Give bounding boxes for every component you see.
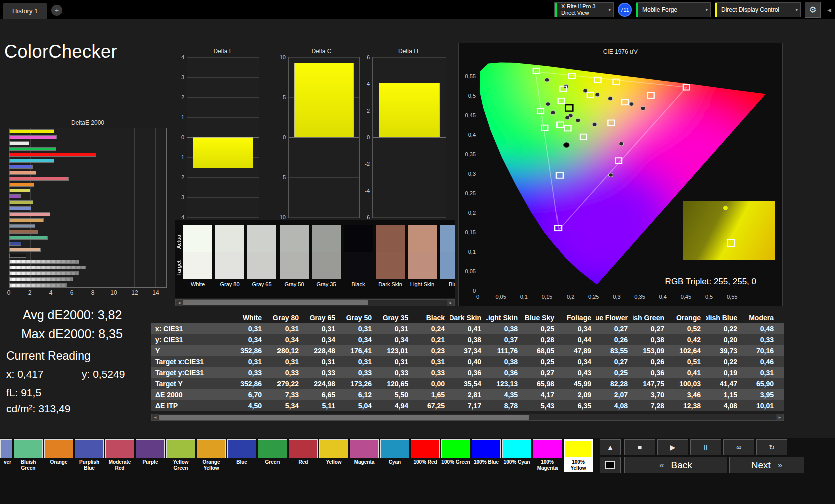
add-tab-button[interactable]: + (51, 5, 62, 16)
pattern-button-orange[interactable]: Orange (44, 439, 73, 472)
max-de2000: Max dE2000: 8,35 (21, 327, 123, 341)
pattern-button-orange-yellow[interactable]: Orange Yellow (197, 439, 226, 472)
table-cell: 47,89 (560, 345, 596, 356)
measured-dot (641, 106, 645, 110)
scroll-patches-up-button[interactable]: ▲ (600, 439, 621, 455)
delta-l-chart: Delta L 43210-1-2-3-4 (176, 48, 260, 224)
pattern-button-purplish-blue[interactable]: Purplish Blue (75, 439, 104, 472)
target-swatch (344, 252, 373, 279)
pattern-button-100-red[interactable]: 100% Red (411, 439, 440, 472)
axis-tick-label: 6 (367, 54, 370, 60)
next-button[interactable]: Next » (729, 457, 804, 473)
pattern-button-green[interactable]: Green (258, 439, 287, 472)
pattern-button-100-magenta[interactable]: 100% Magenta (533, 439, 562, 472)
pattern-button-100-cyan[interactable]: 100% Cyan (502, 439, 531, 472)
header-cell: Gray 80 (267, 312, 304, 323)
measured-dot (629, 102, 634, 106)
stop-button[interactable]: ■ (624, 439, 655, 455)
table-cell: 0,31 (742, 367, 779, 378)
table-cell: 100,03 (669, 378, 706, 389)
pattern-button-yellow-green[interactable]: Yellow Green (166, 439, 195, 472)
gridline (155, 128, 156, 287)
axis-tick-label: -4 (179, 214, 184, 220)
pattern-label: Orange Yellow (197, 458, 226, 472)
pattern-button-ver[interactable]: ver (0, 439, 12, 472)
scroll-left-icon[interactable]: ◄ (152, 414, 159, 420)
axis-tick-label: 4 (181, 54, 184, 60)
target-swatch (215, 252, 244, 279)
bottom-bar: verBluish GreenOrangePurplish BlueModera… (0, 438, 835, 504)
strip-scroll-track[interactable] (183, 300, 447, 306)
scroll-left-icon[interactable]: ◄ (176, 300, 183, 306)
pattern-button-cyan[interactable]: Cyan (380, 439, 409, 472)
display-control-dropdown[interactable]: Direct Display Control ▾ (715, 2, 801, 17)
actual-swatch (215, 225, 244, 252)
target-swatch (408, 252, 437, 279)
pattern-swatch (350, 439, 379, 458)
strip-scroll-thumb[interactable] (183, 300, 368, 305)
cie-y-tick: 0,45 (460, 112, 476, 118)
strip-scrollbar[interactable]: ◄ ► (175, 299, 455, 306)
chevron-down-icon: ▾ (705, 7, 708, 12)
table-scroll-track[interactable] (159, 414, 776, 420)
pattern-button-100-yellow[interactable]: 100% Yellow (564, 439, 593, 472)
table-cell: 0,34 (304, 334, 340, 345)
display-pattern-button[interactable] (600, 457, 621, 473)
axis-tick-label: 10 (280, 54, 286, 60)
continuous-read-button[interactable]: ∞ (723, 439, 754, 455)
table-scrollbar[interactable]: ◄ ► (151, 414, 784, 421)
table-cell: 0,41 (669, 367, 706, 378)
cie-y-tick: 0 (460, 288, 476, 294)
pattern-button-red[interactable]: Red (289, 439, 318, 472)
actual-swatch (408, 225, 437, 252)
table-cell: 0,38 (486, 356, 523, 367)
axis-tick-label: -1 (179, 154, 184, 160)
cie-y-tick: 0,05 (460, 268, 476, 274)
play-button[interactable]: ▶ (657, 439, 688, 455)
pattern-button-blue[interactable]: Blue (227, 439, 256, 472)
pattern-button-100-green[interactable]: 100% Green (441, 439, 470, 472)
history-tab-label: History 1 (12, 7, 38, 15)
target-swatch (376, 252, 405, 279)
table-scroll-thumb[interactable] (159, 415, 529, 420)
axis-tick-label: 10 (110, 289, 117, 296)
back-chevron-icon: « (659, 460, 664, 470)
table-cell: 6,65 (304, 389, 340, 400)
table-cell: 2,07 (596, 389, 633, 400)
scroll-right-icon[interactable]: ► (447, 300, 454, 306)
pattern-button-moderate-red[interactable]: Moderate Red (105, 439, 134, 472)
settings-button[interactable]: ⚙ (805, 2, 821, 18)
table-cell: 0,34 (267, 334, 304, 345)
table-cell: 0,25 (596, 367, 633, 378)
pause-button[interactable]: II (690, 439, 721, 455)
cie-x-tick: 0,35 (632, 294, 647, 300)
actual-swatch (440, 225, 455, 252)
table-cell: 1,65 (413, 389, 450, 400)
history-tab[interactable]: History 1 (3, 3, 47, 19)
meter-count-badge[interactable]: 711 (618, 3, 632, 17)
pattern-button-yellow[interactable]: Yellow (319, 439, 348, 472)
back-button[interactable]: « Back (624, 457, 727, 473)
table-cell: 12,38 (669, 400, 706, 411)
measured-dot (619, 142, 624, 146)
meter-dropdown[interactable]: X-Rite i1Pro 3 Direct View ▾ (554, 2, 614, 17)
cie-y-tick: 0,3 (460, 171, 476, 177)
pattern-button-100-blue[interactable]: 100% Blue (472, 439, 501, 472)
pattern-button-bluish-green[interactable]: Bluish Green (14, 439, 43, 472)
pattern-button-purple[interactable]: Purple (136, 439, 165, 472)
scroll-right-icon[interactable]: ► (776, 414, 783, 420)
patch-gray-50: Gray 50 (280, 225, 309, 287)
axis-tick-label: -10 (277, 214, 286, 220)
repeat-button[interactable]: ↻ (756, 439, 787, 455)
table-cell: 0,28 (523, 334, 560, 345)
gear-icon: ⚙ (809, 5, 816, 15)
collapse-panel-button[interactable]: ◀ (825, 0, 834, 19)
table-cell: 120,65 (377, 378, 413, 389)
pattern-swatch (502, 439, 531, 458)
pattern-button-magenta[interactable]: Magenta (350, 439, 379, 472)
source-status-bar (636, 3, 638, 17)
source-dropdown[interactable]: Mobile Forge ▾ (636, 2, 711, 17)
table-cell: 0,31 (267, 356, 304, 367)
table-cell: 0,27 (596, 323, 633, 334)
table-cell: 1,15 (706, 389, 742, 400)
